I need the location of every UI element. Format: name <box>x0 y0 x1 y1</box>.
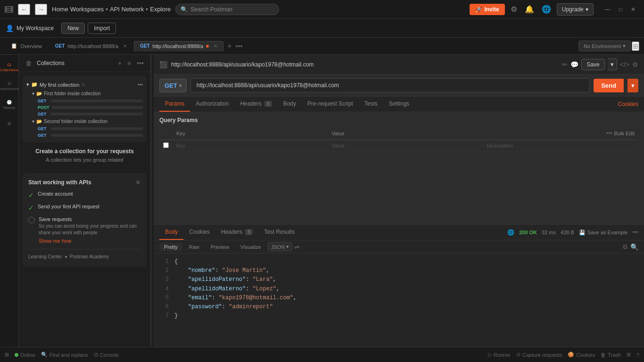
panel-trash-icon[interactable]: 🗑 <box>24 58 34 68</box>
learning-center-link[interactable]: Learning Center <box>28 254 62 259</box>
avatar-icon[interactable]: 🌐 <box>540 3 553 16</box>
comment-icon-button[interactable]: 💬 <box>570 61 578 68</box>
value-input[interactable] <box>331 143 479 148</box>
tab-tests[interactable]: Tests <box>359 97 383 112</box>
layout-icon[interactable]: ⊞ <box>5 352 9 358</box>
collection-header[interactable]: ▾ 📁 My first collection ☆ ••• <box>26 80 143 90</box>
help-button[interactable]: ? <box>636 352 639 358</box>
send-dropdown-button[interactable]: ▾ <box>627 79 638 92</box>
req-item-3: GET <box>26 111 143 117</box>
runner-button[interactable]: ▷ Runner <box>488 352 511 358</box>
import-button[interactable]: Import <box>88 23 116 34</box>
fmt-tab-pretty[interactable]: Pretty <box>159 243 182 251</box>
tab-params[interactable]: Params <box>159 97 190 112</box>
environment-selector[interactable]: No Environment ▾ <box>578 41 631 51</box>
notifications-icon[interactable]: 🔔 <box>523 3 536 16</box>
fmt-tab-visualize[interactable]: Visualize <box>236 243 266 251</box>
more-options-button[interactable]: ••• <box>135 58 146 68</box>
edit-icon-button[interactable]: ✏ <box>562 61 568 68</box>
add-collection-button[interactable]: + <box>116 58 124 68</box>
code-icon-button[interactable]: </> <box>620 61 629 68</box>
grid-icon-button[interactable]: ⊞ <box>627 352 631 358</box>
new-button[interactable]: New <box>61 23 85 34</box>
sidebar-icon-environments[interactable]: ⊟ Environments <box>1 77 18 94</box>
search-response-button[interactable]: 🔍 <box>630 243 638 251</box>
resp-more-button[interactable]: ••• <box>632 229 638 236</box>
nav-api-network[interactable]: API Network <box>110 6 144 13</box>
folder-item-2[interactable]: ▾ 📂 Second folder inside collection <box>26 117 143 125</box>
sidebar-icon-history[interactable]: 🕐 History <box>1 96 18 113</box>
tab-overview[interactable]: 📋 Overview <box>5 41 48 51</box>
tab-pre-request[interactable]: Pre-request Script <box>302 97 359 112</box>
tab-close-2[interactable]: ✕ <box>214 43 217 49</box>
menu-button[interactable]: ☰ <box>5 6 13 13</box>
resp-tab-headers[interactable]: Headers 9 <box>215 225 258 240</box>
resp-tab-test-results[interactable]: Test Results <box>258 225 300 240</box>
invite-button[interactable]: 🚀 Invite <box>470 4 504 15</box>
collection-more[interactable]: ••• <box>138 82 143 87</box>
tab-get-1[interactable]: GET http://localhost:8888/a ✕ <box>49 41 133 51</box>
more-tabs-button[interactable]: ••• <box>236 42 243 50</box>
collection-name: My first collection <box>40 82 79 88</box>
close-button[interactable]: ✕ <box>627 5 639 14</box>
url-input[interactable] <box>190 78 590 92</box>
format-selector[interactable]: JSON ▾ <box>268 242 292 251</box>
row-checkbox[interactable] <box>163 142 169 148</box>
sidebar-icon-new-collection[interactable]: ⊞ <box>1 115 18 132</box>
tab-close-1[interactable]: ✕ <box>123 43 127 49</box>
req-bar-2 <box>51 106 143 109</box>
filter-response-button[interactable]: ⇌ <box>294 243 300 251</box>
search-bar[interactable]: 🔍 Search Postman <box>175 4 279 15</box>
nav-workspaces[interactable]: Workspaces <box>70 6 104 13</box>
minimize-button[interactable]: — <box>601 5 614 14</box>
new-tab-button[interactable]: + <box>224 41 234 51</box>
tab-get-2[interactable]: GET http://localhost:8888/a ✕ <box>134 41 223 51</box>
settings-icon[interactable]: ⚙ <box>509 3 519 16</box>
bulk-edit-button[interactable]: Bulk Edit <box>614 131 635 136</box>
postman-academy-link[interactable]: Postman Academy <box>70 254 109 259</box>
nav-explore[interactable]: Explore <box>150 6 171 13</box>
method-selector[interactable]: GET ▾ <box>159 79 187 92</box>
start-close-button[interactable]: ✕ <box>135 179 141 186</box>
tab-authorization[interactable]: Authorization <box>190 97 234 112</box>
forward-button[interactable]: → <box>35 4 47 15</box>
fmt-tab-preview[interactable]: Preview <box>206 243 234 251</box>
trash-button[interactable]: 🗑 Trash <box>601 352 621 358</box>
request-settings-icon[interactable]: ⚙ <box>632 61 638 68</box>
copy-response-button[interactable]: ⧉ <box>623 243 627 251</box>
back-button[interactable]: ← <box>18 4 30 15</box>
fmt-tab-raw[interactable]: Raw <box>184 243 204 251</box>
desc-input[interactable] <box>487 143 635 148</box>
left-sidebar: 🗂 Collections ⊟ Environments 🕐 History ⊞ <box>0 55 19 347</box>
resp-tab-body[interactable]: Body <box>159 225 183 240</box>
capture-icon: ⊙ <box>516 352 520 358</box>
cookies-status-button[interactable]: 🍪 Cookies <box>568 352 595 358</box>
tab-body[interactable]: Body <box>278 97 302 112</box>
send-button[interactable]: Send <box>594 79 624 92</box>
show-how-link[interactable]: Show me how <box>39 238 71 244</box>
capture-button[interactable]: ⊙ Capture requests <box>516 352 562 358</box>
sidebar-icon-collections[interactable]: 🗂 Collections <box>1 58 18 75</box>
env-settings-icon[interactable]: ⊞ <box>632 41 639 51</box>
query-params-title: Query Params <box>159 117 638 123</box>
tab-settings[interactable]: Settings <box>383 97 415 112</box>
key-input[interactable] <box>176 143 324 148</box>
folder-item-1[interactable]: ▾ 📂 First folder inside collection <box>26 90 143 98</box>
json-email: "email": "kapo1978@hotmail.com", <box>174 294 638 303</box>
find-replace-button[interactable]: 🔍 Find and replace <box>41 352 88 358</box>
upgrade-button[interactable]: Upgrade ▾ <box>557 3 594 16</box>
save-example-button[interactable]: 💾 Save as Example <box>579 230 628 236</box>
star-icon[interactable]: ☆ <box>81 82 85 87</box>
save-button[interactable]: Save <box>581 59 604 70</box>
console-button[interactable]: ⊡ Console <box>94 352 119 358</box>
tab-headers[interactable]: Headers 6 <box>234 97 277 112</box>
create-desc: A collection lets you group related <box>25 156 145 164</box>
filter-collections-button[interactable]: ≡ <box>125 58 133 68</box>
resp-tab-cookies[interactable]: Cookies <box>183 225 215 240</box>
online-status[interactable]: Online <box>15 352 35 358</box>
req-method-4: GET <box>38 126 49 131</box>
cookies-link[interactable]: Cookies <box>618 101 638 107</box>
save-dropdown-button[interactable]: ▾ <box>608 58 617 70</box>
nav-home[interactable]: Home <box>52 6 68 13</box>
maximize-button[interactable]: □ <box>615 5 626 14</box>
